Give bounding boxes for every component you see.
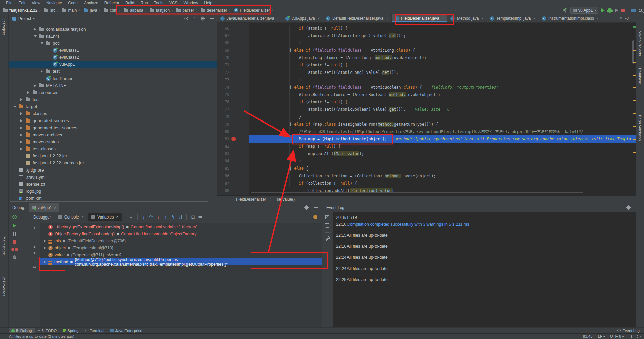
code-editor[interactable]: 66if (atomic != null) {67atomic.set(((At… <box>217 23 636 195</box>
event-log-settings-gear-icon[interactable] <box>627 206 630 209</box>
breadcrumb-item[interactable]: java <box>83 8 98 13</box>
code-line-77[interactable]: atomic.set(((AtomicBoolean) value).get()… <box>249 106 636 113</box>
menu-vcs[interactable]: VCS <box>167 0 180 6</box>
variable-row-object[interactable]: pobject={TemplatesImpl@710} <box>40 244 322 251</box>
move-watch-down-icon[interactable]: ▼ <box>33 251 36 255</box>
run-button[interactable] <box>601 8 605 12</box>
code-line-70[interactable]: AtomicLong atomic = (AtomicLong) method.… <box>249 54 636 61</box>
tool-button-structure[interactable]: 7: Structure <box>2 236 6 255</box>
tool-button-6: TODO[interactable]: ≡6: TODO <box>35 328 60 334</box>
search-everywhere-icon[interactable] <box>639 9 642 12</box>
variable-row-ObjectFactory.findClassLoader()[interactable]: !ObjectFactory.findClassLoader()=Cannot … <box>40 230 322 237</box>
close-tab-icon[interactable]: × <box>597 16 599 20</box>
code-line-83[interactable]: map.putAll((Map) value); <box>249 150 636 157</box>
mute-breakpoints-icon[interactable] <box>13 255 16 259</box>
view-breakpoints-icon[interactable] <box>11 248 18 251</box>
show-execution-point-icon[interactable]: ↓ <box>140 214 147 220</box>
evaluate-expression-icon[interactable]: ⊞ <box>190 214 196 220</box>
menu-run[interactable]: Run <box>138 0 151 6</box>
warning-stripe-mark[interactable] <box>633 113 636 114</box>
debugger-tab-console[interactable]: Console↗ <box>55 213 87 221</box>
editor-breadcrumb-item[interactable]: setValue() <box>277 197 295 202</box>
project-horizontal-scrollbar[interactable] <box>9 200 217 203</box>
resume-icon[interactable] <box>13 224 16 227</box>
file-encoding[interactable]: UTF-8 ▾ <box>610 334 624 338</box>
tree-item-com.alibaba.fastjson[interactable]: com.alibaba.fastjson <box>9 26 217 33</box>
code-line-66[interactable]: if (atomic != null) { <box>249 25 636 32</box>
code-line-78[interactable]: } <box>249 113 636 120</box>
editor-tab-TemplatesImpl.java[interactable]: CTemplatesImpl.java× <box>487 14 539 22</box>
warning-stripe-mark[interactable] <box>633 62 636 63</box>
tree-item-target[interactable]: target <box>9 103 217 110</box>
project-settings-gear-icon[interactable] <box>201 17 204 20</box>
move-watch-up-icon[interactable]: ▲ <box>33 245 36 248</box>
warning-stripe-mark[interactable] <box>633 139 636 140</box>
duplicate-watch-icon[interactable] <box>33 258 36 261</box>
menu-refactor[interactable]: Refactor <box>102 0 122 6</box>
tree-item-.gitignore[interactable]: .gitignore <box>9 166 217 174</box>
code-line-73[interactable]: } <box>249 76 636 84</box>
code-line-79[interactable]: } else if (Map.class.isAssignableFrom(me… <box>249 120 636 128</box>
menu-build[interactable]: Build <box>123 0 137 6</box>
breadcrumb-item[interactable]: deserializer <box>200 8 228 13</box>
breadcrumb-item[interactable]: alibaba <box>123 8 144 13</box>
tree-item-.travis.yml[interactable]: .travis.yml <box>9 174 217 181</box>
build-hammer-icon[interactable] <box>562 8 567 13</box>
warning-stripe-mark[interactable] <box>633 152 636 153</box>
code-line-72[interactable]: atomic.set(((AtomicLong) value).get()); <box>249 69 636 76</box>
code-line-81[interactable]: Map map = (Map) method.invoke(object); m… <box>249 135 636 143</box>
code-line-75[interactable]: AtomicBoolean atomic = (AtomicBoolean) m… <box>249 91 636 98</box>
breadcrumb-item[interactable]: main <box>61 8 77 13</box>
close-tab-icon[interactable]: × <box>481 16 483 20</box>
project-structure-icon[interactable] <box>631 9 636 12</box>
tree-item-evilClass1[interactable]: C evilClass1 <box>9 47 217 54</box>
hide-stack-frames-icon[interactable] <box>313 215 317 219</box>
breadcrumb-item[interactable]: fastjson-1.2.22 <box>3 8 38 13</box>
hide-project-panel-icon[interactable] <box>210 18 214 19</box>
close-tab-icon[interactable]: × <box>318 16 320 20</box>
run-configuration-select[interactable]: vulApp1 ▾ <box>570 7 598 14</box>
tree-item-evilClass2[interactable]: C evilClass2 <box>9 54 217 61</box>
tree-item-vulApp1[interactable]: C vulApp1 <box>9 61 217 68</box>
warning-stripe-mark[interactable] <box>633 87 636 88</box>
clear-log-icon[interactable] <box>326 224 329 228</box>
variable-row-method[interactable]: method={Method@712} "public synchronized… <box>40 258 322 265</box>
tool-button-5: Debug[interactable]: 5: Debug <box>9 328 35 334</box>
log-settings-wrench-icon[interactable] <box>325 237 329 241</box>
step-over-icon[interactable]: ↷ <box>148 214 154 220</box>
tree-item-maven-status[interactable]: maven-status <box>9 138 217 145</box>
evaluate-icon[interactable]: ∞ <box>33 264 36 269</box>
tree-item-generated-sources[interactable]: generated-sources <box>9 117 217 124</box>
line-separator[interactable]: LF ▾ <box>598 334 605 338</box>
editor-horizontal-scrollbar[interactable] <box>251 192 583 193</box>
drop-frame-icon[interactable]: ↰ <box>170 214 176 220</box>
code-line-68[interactable]: } <box>249 39 636 47</box>
warning-stripe-mark[interactable] <box>633 50 636 51</box>
code-line-86[interactable]: Collection collection = (Collection) met… <box>249 172 636 180</box>
project-panel-title[interactable]: Project <box>18 16 31 21</box>
menu-file[interactable]: File <box>3 0 15 6</box>
pause-icon[interactable] <box>13 232 16 236</box>
threads-view-icon[interactable]: ≡ <box>128 214 135 220</box>
debug-button[interactable] <box>608 8 612 13</box>
breadcrumb-item[interactable]: parser <box>176 8 195 13</box>
breadcrumb-item[interactable]: src <box>43 8 56 13</box>
breadcrumb-item[interactable]: fastjson <box>149 8 170 13</box>
close-tab-icon[interactable]: × <box>386 16 388 20</box>
tool-button-maven[interactable]: Maven Projects <box>638 31 642 56</box>
close-tab-icon[interactable]: × <box>277 16 279 20</box>
code-line-76[interactable]: if (atomic != null) { <box>249 98 636 106</box>
tree-item-testParser[interactable]: C testParser <box>9 75 217 82</box>
warning-stripe-mark[interactable] <box>633 100 636 101</box>
hide-debug-panel-icon[interactable] <box>314 207 318 208</box>
debugger-tab-variables[interactable]: Variables↗ <box>88 213 122 221</box>
event-log-link[interactable]: Compilation completed successfully with … <box>347 221 469 232</box>
menu-help[interactable]: Help <box>201 0 215 6</box>
breadcrumb-item[interactable]: CFieldDeserializer <box>233 8 271 13</box>
tree-item-maven-archiver[interactable]: maven-archiver <box>9 131 217 138</box>
tool-button-Terminal[interactable]: ›_Terminal <box>82 328 107 334</box>
menu-tools[interactable]: Tools <box>151 0 166 6</box>
force-step-over-icon[interactable]: ↓ <box>155 214 162 220</box>
code-line-82[interactable]: if (map != null) { <box>249 143 636 150</box>
code-line-80[interactable]: /*触发点，调用TemplatesImpl的getOutputPropertie… <box>249 128 636 135</box>
